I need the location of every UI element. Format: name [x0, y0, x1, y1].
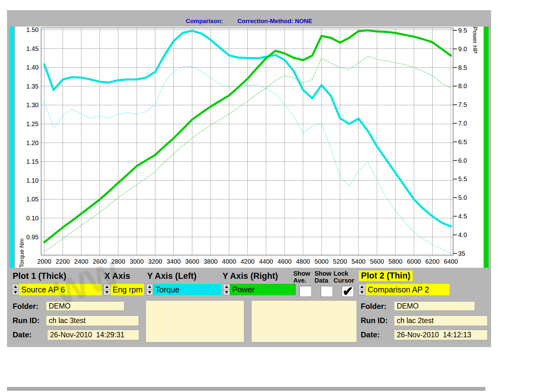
y-right-spinner: [223, 284, 230, 295]
svg-text:1.05: 1.05: [26, 196, 39, 203]
date-value-left: 26-Nov-2010 14:29:31: [47, 330, 139, 340]
svg-text:0.95: 0.95: [26, 234, 39, 241]
correction-method-label: Correction-Method: NONE: [237, 18, 312, 24]
svg-text:2200: 2200: [56, 258, 70, 265]
lock-cursor-checkmark: ✔: [342, 285, 353, 298]
x-axis-spinner-down[interactable]: [103, 290, 110, 296]
right-axis-title: Power HP: [471, 27, 478, 268]
x-axis-spinner-up[interactable]: [103, 284, 110, 290]
plot1-source-spinner-down[interactable]: [12, 290, 19, 296]
y-left-spinner-up[interactable]: [146, 284, 153, 290]
plot2-source-spinner: [359, 284, 365, 295]
svg-text:5400: 5400: [352, 258, 366, 265]
lock-cursor-label: Lock Cursor: [334, 270, 354, 284]
y-left-field[interactable]: Torque: [153, 284, 221, 295]
power-axis-color-bar: [484, 27, 489, 268]
svg-text:2800: 2800: [111, 258, 125, 265]
svg-text:4600: 4600: [278, 258, 292, 265]
x-axis-header: X Axis: [104, 271, 130, 281]
down-triangle-icon: [360, 291, 364, 294]
svg-text:35: 35: [458, 250, 465, 257]
left-axis-title: Torque Nm: [18, 27, 25, 268]
show-data-label-line2: Data: [315, 277, 331, 284]
svg-text:9.0: 9.0: [458, 46, 467, 52]
folder-label-right: Folder:: [361, 302, 386, 311]
up-triangle-icon: [105, 285, 109, 288]
plot1-source-field[interactable]: Source AP 6: [19, 284, 102, 295]
show-data-label: Show Data: [315, 270, 331, 284]
svg-text:6200: 6200: [425, 258, 440, 265]
y-axis-left-header: Y Axis (Left): [147, 271, 196, 281]
y-right-spinner-up[interactable]: [223, 284, 230, 290]
svg-text:7.5: 7.5: [458, 101, 467, 108]
plot2-source-field[interactable]: Comparison AP 2: [365, 284, 450, 295]
y-left-spinner: [146, 284, 153, 295]
lock-cursor-checkbox[interactable]: ✔: [341, 286, 354, 297]
show-ave-checkbox[interactable]: [299, 286, 312, 297]
window-bottom-edge: [7, 387, 485, 391]
show-ave-label-line1: Show: [293, 270, 310, 277]
data-display-right: [251, 300, 357, 342]
svg-text:1.35: 1.35: [26, 83, 39, 90]
x-axis-field[interactable]: Eng rpm: [110, 284, 144, 295]
svg-text:6.0: 6.0: [458, 157, 467, 164]
folder-value-right: DEMO: [394, 301, 475, 311]
svg-text:4800: 4800: [296, 258, 310, 265]
svg-text:4200: 4200: [240, 258, 255, 265]
svg-text:5.5: 5.5: [458, 175, 467, 182]
svg-text:1.45: 1.45: [26, 45, 39, 52]
down-triangle-icon: [225, 291, 228, 294]
svg-text:4000: 4000: [222, 258, 236, 265]
show-data-label-line1: Show: [315, 270, 331, 277]
y-right-spinner-down[interactable]: [223, 290, 230, 296]
svg-text:6.5: 6.5: [458, 138, 467, 145]
svg-text:3000: 3000: [130, 258, 144, 265]
svg-text:3600: 3600: [185, 258, 199, 265]
svg-text:3200: 3200: [148, 258, 162, 265]
down-triangle-icon: [105, 291, 109, 294]
svg-text:2400: 2400: [74, 258, 89, 265]
dyno-chart: 1.501.451.401.351.301.251.201.151.101.05…: [15, 27, 483, 268]
show-data-checkbox[interactable]: [321, 286, 333, 297]
plot1-header: Plot 1 (Thick): [13, 271, 66, 281]
up-triangle-icon: [360, 285, 364, 288]
svg-text:3800: 3800: [203, 258, 218, 265]
svg-text:1.20: 1.20: [26, 139, 39, 146]
svg-text:5800: 5800: [389, 258, 403, 265]
svg-text:1.40: 1.40: [26, 64, 39, 71]
svg-text:9.5: 9.5: [458, 27, 467, 34]
lock-cursor-label-line1: Lock: [334, 270, 354, 277]
svg-text:6000: 6000: [407, 258, 421, 265]
svg-text:1.10: 1.10: [26, 177, 39, 184]
date-value-right: 26-Nov-2010 14:12:13: [394, 330, 488, 340]
svg-text:4.5: 4.5: [458, 213, 467, 220]
torque-axis-color-bar: [9, 27, 14, 268]
folder-label-left: Folder:: [13, 302, 38, 311]
svg-text:5000: 5000: [315, 258, 329, 265]
plot2-header: Plot 2 (Thin): [359, 271, 413, 281]
svg-text:7.0: 7.0: [458, 120, 467, 127]
up-triangle-icon: [148, 285, 151, 288]
x-axis-spinner: [103, 284, 110, 295]
svg-text:1.15: 1.15: [26, 158, 39, 165]
plot2-source-spinner-down[interactable]: [359, 290, 365, 296]
y-left-spinner-down[interactable]: [146, 290, 153, 296]
svg-text:1.30: 1.30: [26, 101, 39, 108]
down-triangle-icon: [14, 291, 17, 294]
plot1-source-spinner-up[interactable]: [12, 284, 19, 290]
y-axis-right-header: Y Axis (Right): [222, 271, 278, 281]
y-right-field[interactable]: Power: [230, 284, 296, 295]
plot1-source-spinner: [12, 284, 19, 295]
plot2-source-spinner-up[interactable]: [359, 284, 365, 290]
svg-text:5200: 5200: [333, 258, 347, 265]
date-label-left: Date:: [13, 330, 32, 339]
show-ave-label: Show Ave.: [293, 270, 310, 284]
run-id-value-right: ch lac 2test: [394, 315, 488, 326]
lock-cursor-label-line2: Cursor: [334, 277, 354, 284]
run-id-value-left: ch lac 3test: [46, 315, 139, 326]
svg-text:4400: 4400: [259, 258, 273, 265]
svg-text:4.0: 4.0: [458, 231, 467, 238]
svg-text:2600: 2600: [93, 258, 107, 265]
svg-text:1.25: 1.25: [26, 120, 39, 127]
chart-area[interactable]: 1.501.451.401.351.301.251.201.151.101.05…: [15, 27, 483, 268]
